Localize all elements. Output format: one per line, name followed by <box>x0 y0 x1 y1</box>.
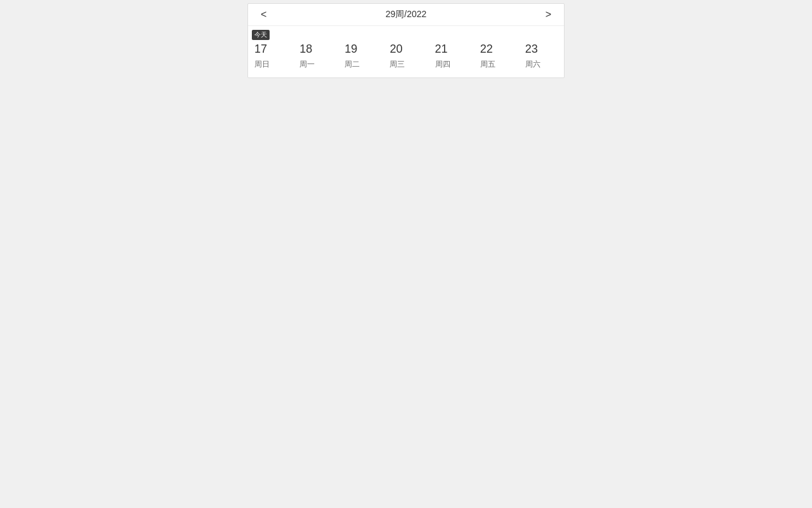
day-name-1: 周一 <box>299 59 315 70</box>
day-number-4: 21 <box>435 43 448 57</box>
day-number-6: 23 <box>525 43 538 57</box>
calendar-widget: < 29周/2022 > 今天17周日18周一19周二20周三21周四22周五2… <box>247 3 565 78</box>
week-title: 29周/2022 <box>386 9 427 20</box>
day-col-5[interactable]: 22周五 <box>474 29 519 72</box>
prev-week-button[interactable]: < <box>256 8 272 22</box>
day-name-5: 周五 <box>480 59 495 70</box>
day-col-6[interactable]: 23周六 <box>519 29 564 72</box>
day-col-3[interactable]: 20周三 <box>383 29 428 72</box>
day-col-2[interactable]: 19周二 <box>338 29 383 72</box>
day-col-1[interactable]: 18周一 <box>293 29 338 72</box>
calendar-header: < 29周/2022 > <box>248 4 564 26</box>
day-number-3: 20 <box>390 43 402 57</box>
day-name-4: 周四 <box>435 59 450 70</box>
day-name-2: 周二 <box>344 59 360 70</box>
day-name-3: 周三 <box>390 59 405 70</box>
day-col-0[interactable]: 今天17周日 <box>248 29 293 72</box>
next-week-button[interactable]: > <box>540 8 556 22</box>
day-number-0: 17 <box>254 43 267 57</box>
day-name-6: 周六 <box>525 59 540 70</box>
day-number-1: 18 <box>299 43 312 57</box>
day-name-0: 周日 <box>254 59 270 70</box>
day-number-5: 22 <box>480 43 493 57</box>
calendar-days-row: 今天17周日18周一19周二20周三21周四22周五23周六 <box>248 26 564 77</box>
day-col-4[interactable]: 21周四 <box>429 29 474 72</box>
day-number-2: 19 <box>344 43 357 57</box>
today-badge: 今天 <box>252 30 270 40</box>
